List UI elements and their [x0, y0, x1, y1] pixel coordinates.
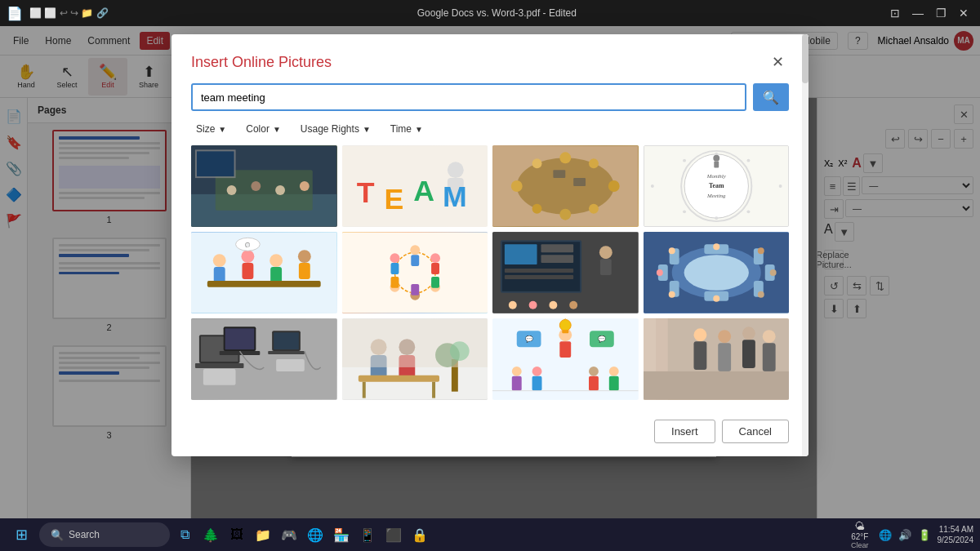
- svg-rect-126: [342, 318, 488, 367]
- team-letters-svg: T E A M: [342, 145, 488, 227]
- image-result-11[interactable]: [644, 318, 790, 400]
- windows-logo-icon: ⊞: [16, 526, 28, 544]
- time-filter-button[interactable]: Time ▼: [385, 121, 428, 137]
- restore-button[interactable]: ❐: [931, 3, 951, 23]
- cancel-button[interactable]: Cancel: [722, 420, 789, 443]
- svg-point-137: [512, 367, 522, 376]
- image-result-0[interactable]: [191, 145, 337, 227]
- photos-app[interactable]: 🖼: [225, 523, 248, 546]
- svg-rect-67: [390, 277, 399, 288]
- minimize-button[interactable]: —: [908, 3, 928, 23]
- svg-rect-131: [562, 330, 568, 333]
- modal-title: Insert Online Pictures: [191, 54, 332, 71]
- image-result-5[interactable]: [342, 232, 488, 313]
- edge-browser[interactable]: 🌐: [304, 523, 327, 546]
- svg-text:M: M: [442, 180, 466, 213]
- search-input[interactable]: [191, 83, 746, 111]
- time-chevron-icon: ▼: [415, 125, 423, 134]
- image-result-2[interactable]: [492, 145, 639, 227]
- svg-point-47: [241, 250, 254, 263]
- tray-icons: 🌐 🔊 🔋: [877, 527, 933, 543]
- app-icon-7[interactable]: 📱: [356, 523, 379, 546]
- svg-rect-112: [268, 351, 305, 354]
- svg-point-6: [300, 181, 310, 191]
- network-icon[interactable]: 🌐: [877, 527, 893, 543]
- terminal-app[interactable]: ⬛: [382, 523, 405, 546]
- nature-widget[interactable]: 🌲: [199, 523, 222, 546]
- overhead-svg: [492, 145, 639, 227]
- svg-rect-75: [505, 244, 537, 264]
- battery-icon[interactable]: 🔋: [916, 527, 933, 543]
- svg-point-21: [608, 180, 620, 192]
- office-svg: [644, 318, 790, 400]
- volume-icon[interactable]: 🔊: [897, 527, 913, 543]
- usage-rights-filter-button[interactable]: Usage Rights ▼: [296, 121, 376, 137]
- svg-point-32: [746, 159, 750, 162]
- svg-point-139: [532, 367, 542, 376]
- files-app[interactable]: 📁: [252, 523, 274, 546]
- svg-rect-125: [432, 382, 435, 398]
- svg-point-95: [713, 243, 719, 250]
- svg-point-36: [683, 210, 686, 213]
- security-app[interactable]: 🔒: [408, 523, 431, 546]
- task-view-button[interactable]: ⧉: [173, 523, 196, 546]
- svg-rect-113: [203, 369, 236, 385]
- svg-text:Monthly: Monthly: [706, 173, 726, 179]
- xbox-app[interactable]: 🎮: [278, 523, 301, 546]
- image-result-6[interactable]: [492, 232, 639, 313]
- image-result-10[interactable]: 💬 💬: [492, 318, 639, 400]
- svg-text:💬: 💬: [245, 242, 251, 248]
- modal-close-button[interactable]: ✕: [766, 51, 789, 73]
- cartoon1-svg: 💬: [191, 232, 337, 313]
- image-result-9[interactable]: [342, 318, 488, 400]
- search-button[interactable]: 🔍: [753, 83, 789, 111]
- resize-icon-left[interactable]: ⊡: [885, 3, 905, 23]
- svg-point-5: [275, 185, 285, 195]
- svg-rect-65: [411, 284, 419, 295]
- title-bar-right[interactable]: ⊡ — ❐ ✕: [885, 3, 973, 23]
- image-result-3[interactable]: Monthly Team Meeting: [644, 145, 790, 227]
- svg-rect-48: [242, 263, 253, 279]
- svg-point-20: [511, 180, 523, 192]
- svg-point-35: [715, 216, 718, 220]
- cartoon2-svg: [342, 232, 488, 313]
- svg-rect-8: [197, 151, 234, 176]
- idea-svg: 💬 💬: [492, 318, 639, 400]
- svg-rect-140: [532, 376, 542, 391]
- svg-text:Meeting: Meeting: [706, 193, 726, 198]
- svg-point-51: [298, 250, 311, 263]
- color-filter-button[interactable]: Color ▼: [241, 121, 286, 137]
- svg-text:💬: 💬: [598, 335, 606, 343]
- windows-start-button[interactable]: ⊞: [7, 520, 36, 549]
- svg-point-10: [447, 162, 463, 178]
- modal-scrollbar-thumb[interactable]: [802, 34, 808, 83]
- svg-point-81: [529, 301, 537, 309]
- size-chevron-icon: ▼: [218, 125, 226, 134]
- store-app[interactable]: 🏪: [330, 523, 353, 546]
- image-result-4[interactable]: 💬: [191, 232, 337, 313]
- svg-rect-144: [609, 376, 619, 391]
- image-result-7[interactable]: [644, 232, 790, 313]
- svg-rect-108: [225, 328, 255, 349]
- discussion-svg: [342, 318, 488, 400]
- svg-point-24: [532, 204, 542, 214]
- svg-point-97: [656, 269, 662, 276]
- svg-point-17: [517, 158, 614, 214]
- svg-rect-56: [342, 232, 488, 313]
- insert-button[interactable]: Insert: [654, 420, 715, 443]
- close-button[interactable]: ✕: [954, 3, 973, 23]
- image-result-1[interactable]: T E A M: [342, 145, 488, 227]
- svg-point-153: [742, 327, 755, 340]
- round-table-svg: [644, 232, 790, 313]
- svg-point-100: [757, 247, 764, 254]
- svg-point-82: [549, 301, 557, 309]
- system-clock[interactable]: 11:54 AM 9/25/2024: [938, 524, 974, 545]
- image-result-8[interactable]: [191, 318, 337, 400]
- taskbar-search-box[interactable]: 🔍 Search: [39, 522, 170, 547]
- size-filter-button[interactable]: Size ▼: [191, 121, 231, 137]
- svg-point-33: [778, 184, 782, 188]
- color-chevron-icon: ▼: [273, 125, 281, 134]
- svg-point-71: [599, 246, 612, 259]
- svg-point-96: [713, 295, 719, 302]
- svg-rect-142: [589, 376, 599, 391]
